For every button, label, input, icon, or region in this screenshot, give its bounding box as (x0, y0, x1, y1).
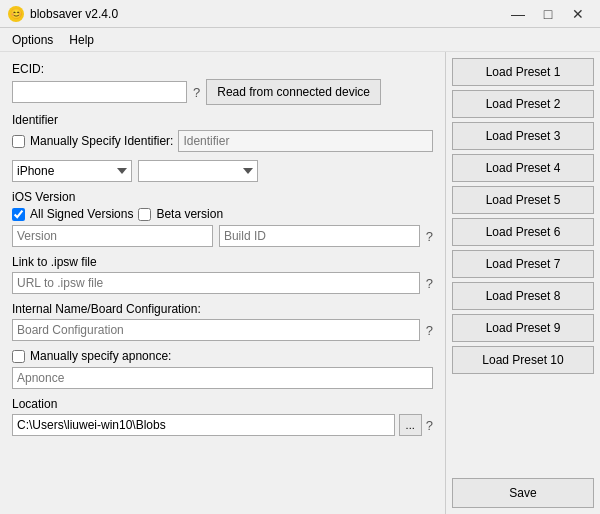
save-button[interactable]: Save (452, 478, 594, 508)
location-input[interactable] (12, 414, 395, 436)
build-id-input[interactable] (219, 225, 420, 247)
board-config-help-icon[interactable]: ? (426, 323, 433, 338)
window-controls: — □ ✕ (504, 3, 592, 25)
ipsw-help-icon[interactable]: ? (426, 276, 433, 291)
ecid-help-icon[interactable]: ? (193, 85, 200, 100)
all-signed-checkbox[interactable] (12, 208, 25, 221)
maximize-button[interactable]: □ (534, 3, 562, 25)
board-config-input-row: ? (12, 319, 433, 341)
identifier-field: Identifier Manually Specify Identifier: (12, 113, 433, 152)
device-dropdown[interactable]: iPhone iPad iPod AppleTV (12, 160, 132, 182)
version-help-icon[interactable]: ? (426, 229, 433, 244)
ios-version-label: iOS Version (12, 190, 433, 204)
load-preset-8-button[interactable]: Load Preset 8 (452, 282, 594, 310)
ecid-label: ECID: (12, 62, 433, 76)
location-input-row: ... ? (12, 414, 433, 436)
title-bar: 😊 blobsaver v2.4.0 — □ ✕ (0, 0, 600, 28)
ios-version-field: iOS Version All Signed Versions Beta ver… (12, 190, 433, 247)
load-preset-2-button[interactable]: Load Preset 2 (452, 90, 594, 118)
identifier-input[interactable] (178, 130, 433, 152)
identifier-section-label: Identifier (12, 113, 433, 127)
menu-bar: Options Help (0, 28, 600, 52)
model-dropdown[interactable] (138, 160, 258, 182)
load-preset-4-button[interactable]: Load Preset 4 (452, 154, 594, 182)
load-preset-3-button[interactable]: Load Preset 3 (452, 122, 594, 150)
minimize-button[interactable]: — (504, 3, 532, 25)
ipsw-input-row: ? (12, 272, 433, 294)
location-label: Location (12, 397, 433, 411)
load-preset-5-button[interactable]: Load Preset 5 (452, 186, 594, 214)
version-build-row: ? (12, 225, 433, 247)
ipsw-label: Link to .ipsw file (12, 255, 433, 269)
left-panel: ECID: ? Read from connected device Ident… (0, 52, 445, 514)
location-help-icon[interactable]: ? (426, 418, 433, 433)
board-config-label: Internal Name/Board Configuration: (12, 302, 433, 316)
manually-specify-identifier-checkbox[interactable] (12, 135, 25, 148)
load-preset-9-button[interactable]: Load Preset 9 (452, 314, 594, 342)
menu-options[interactable]: Options (4, 31, 61, 49)
ecid-field: ECID: ? Read from connected device (12, 62, 433, 105)
read-device-button[interactable]: Read from connected device (206, 79, 381, 105)
beta-checkbox[interactable] (138, 208, 151, 221)
ecid-input-row: ? Read from connected device (12, 79, 433, 105)
device-model-row: iPhone iPad iPod AppleTV (12, 160, 433, 182)
ipsw-input[interactable] (12, 272, 420, 294)
board-config-field: Internal Name/Board Configuration: ? (12, 302, 433, 341)
main-layout: ECID: ? Read from connected device Ident… (0, 52, 600, 514)
apnonce-input[interactable] (12, 367, 433, 389)
apnonce-checkbox[interactable] (12, 350, 25, 363)
all-signed-label: All Signed Versions (30, 207, 133, 221)
apnonce-checkbox-row: Manually specify apnonce: (12, 349, 433, 363)
app-title: blobsaver v2.4.0 (30, 7, 504, 21)
load-preset-6-button[interactable]: Load Preset 6 (452, 218, 594, 246)
close-button[interactable]: ✕ (564, 3, 592, 25)
board-config-input[interactable] (12, 319, 420, 341)
load-preset-1-button[interactable]: Load Preset 1 (452, 58, 594, 86)
apnonce-label: Manually specify apnonce: (30, 349, 171, 363)
identifier-checkbox-row: Manually Specify Identifier: (12, 130, 433, 152)
right-panel: Load Preset 1 Load Preset 2 Load Preset … (445, 52, 600, 514)
signed-versions-row: All Signed Versions Beta version (12, 207, 433, 221)
app-icon: 😊 (8, 6, 24, 22)
version-input[interactable] (12, 225, 213, 247)
manually-specify-identifier-label: Manually Specify Identifier: (30, 134, 173, 148)
load-preset-10-button[interactable]: Load Preset 10 (452, 346, 594, 374)
menu-help[interactable]: Help (61, 31, 102, 49)
load-preset-7-button[interactable]: Load Preset 7 (452, 250, 594, 278)
beta-label: Beta version (156, 207, 223, 221)
browse-button[interactable]: ... (399, 414, 422, 436)
ipsw-field: Link to .ipsw file ? (12, 255, 433, 294)
location-field: Location ... ? (12, 397, 433, 436)
apnonce-field: Manually specify apnonce: (12, 349, 433, 389)
ecid-input[interactable] (12, 81, 187, 103)
